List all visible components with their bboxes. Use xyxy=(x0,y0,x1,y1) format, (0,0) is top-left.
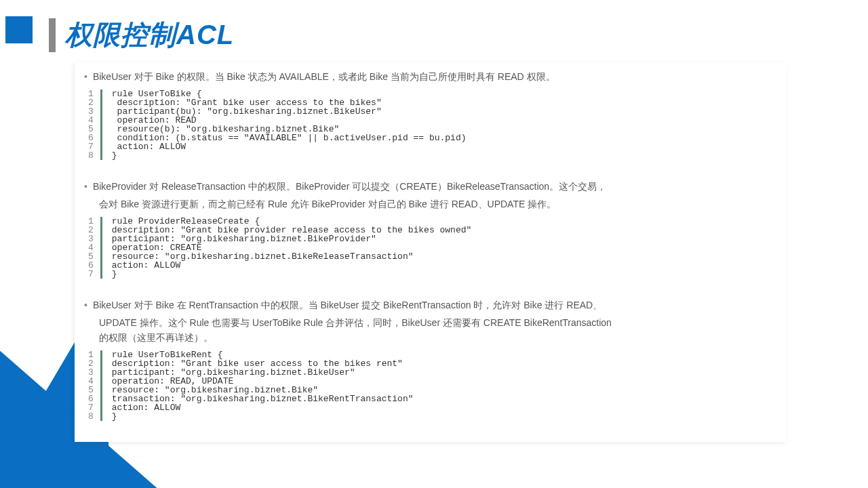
code-lines: rule UserToBikeRent {description: "Grant… xyxy=(102,350,414,421)
page-title-bar: 权限控制ACL xyxy=(49,16,234,54)
content-card: • BikeUser 对于 Bike 的权限。当 Bike 状态为 AVAILA… xyxy=(75,62,787,442)
bullet-dot-icon: • xyxy=(84,298,87,312)
bullet-text-cont2: 的权限（这里不再详述）。 xyxy=(99,330,762,345)
bullet-section-3: • BikeUser 对于 Bike 在 RentTransaction 中的权… xyxy=(84,298,762,345)
line-numbers: 12345678 xyxy=(84,89,102,160)
bullet-text: BikeUser 对于 Bike 在 RentTransaction 中的权限。… xyxy=(93,298,602,312)
code-block-3: 12345678 rule UserToBikeRent {descriptio… xyxy=(84,350,762,421)
content-area: • BikeUser 对于 Bike 的权限。当 Bike 状态为 AVAILA… xyxy=(84,69,762,421)
line-numbers: 12345678 xyxy=(84,350,102,421)
bullet-section-1: • BikeUser 对于 Bike 的权限。当 Bike 状态为 AVAILA… xyxy=(84,69,762,84)
code-lines: rule UserToBike { description: "Grant bi… xyxy=(102,89,467,160)
code-lines: rule ProviderReleaseCreate {description:… xyxy=(102,217,472,279)
code-block-2: 1234567 rule ProviderReleaseCreate {desc… xyxy=(84,217,762,279)
bullet-section-2: • BikeProvider 对 ReleaseTransaction 中的权限… xyxy=(84,179,762,211)
bullet-text-cont: UPDATE 操作。这个 Rule 也需要与 UserToBike Rule 合… xyxy=(99,315,762,330)
page-title: 权限控制ACL xyxy=(65,16,234,54)
line-numbers: 1234567 xyxy=(84,217,102,279)
code-block-1: 12345678 rule UserToBike { description: … xyxy=(84,89,762,160)
corner-square xyxy=(5,16,33,43)
bullet-dot-icon: • xyxy=(84,179,87,194)
bullet-text-cont: 会对 Bike 资源进行更新，而之前已经有 Rule 允许 BikeProvid… xyxy=(99,197,762,211)
bullet-text: BikeUser 对于 Bike 的权限。当 Bike 状态为 AVAILABL… xyxy=(93,69,555,84)
bullet-text: BikeProvider 对 ReleaseTransaction 中的权限。B… xyxy=(93,179,606,194)
bullet-dot-icon: • xyxy=(84,69,87,84)
title-accent-bar xyxy=(49,18,56,52)
